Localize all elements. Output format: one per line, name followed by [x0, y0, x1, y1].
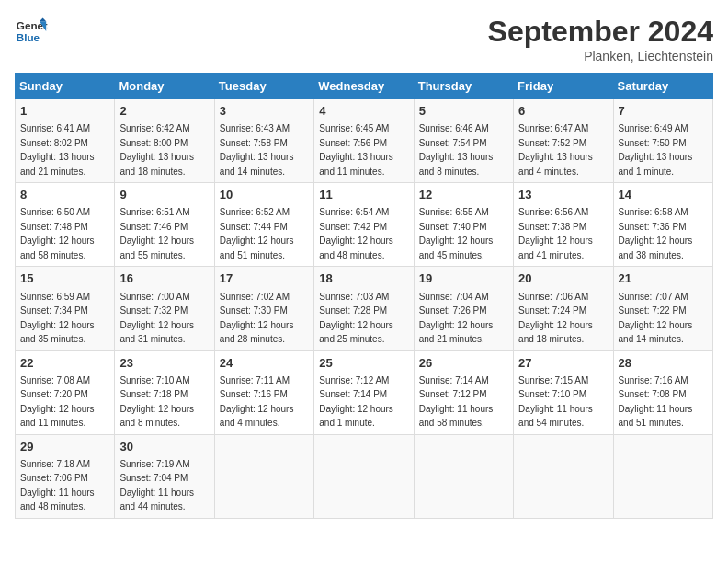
calendar-cell [414, 434, 513, 518]
day-number: 11 [319, 187, 408, 203]
day-info: Sunrise: 6:47 AM Sunset: 7:52 PM Dayligh… [518, 123, 593, 177]
day-number: 16 [119, 270, 209, 287]
day-header-wednesday: Wednesday [314, 74, 414, 99]
calendar-cell: 25Sunrise: 7:12 AM Sunset: 7:14 PM Dayli… [314, 350, 414, 434]
calendar-cell: 12Sunrise: 6:55 AM Sunset: 7:40 PM Dayli… [414, 183, 513, 267]
day-number: 27 [518, 355, 608, 372]
calendar-cell: 15Sunrise: 6:59 AM Sunset: 7:34 PM Dayli… [16, 267, 115, 350]
calendar-cell [314, 434, 414, 518]
day-header-thursday: Thursday [414, 74, 513, 99]
calendar-cell [613, 434, 712, 518]
day-info: Sunrise: 7:00 AM Sunset: 7:32 PM Dayligh… [119, 292, 194, 345]
calendar-cell: 9Sunrise: 6:51 AM Sunset: 7:46 PM Daylig… [115, 183, 214, 267]
month-title: September 2024 [488, 15, 713, 49]
day-info: Sunrise: 7:18 AM Sunset: 7:06 PM Dayligh… [20, 459, 95, 512]
day-number: 20 [518, 270, 608, 287]
day-number: 24 [220, 355, 309, 372]
day-number: 7 [619, 103, 708, 120]
location-subtitle: Planken, Liechtenstein [488, 49, 713, 63]
day-info: Sunrise: 6:49 AM Sunset: 7:50 PM Dayligh… [619, 123, 693, 177]
logo-icon: General Blue [15, 15, 48, 48]
calendar-cell: 6Sunrise: 6:47 AM Sunset: 7:52 PM Daylig… [514, 99, 613, 183]
day-info: Sunrise: 6:54 AM Sunset: 7:42 PM Dayligh… [319, 207, 393, 260]
calendar-cell: 17Sunrise: 7:02 AM Sunset: 7:30 PM Dayli… [214, 267, 313, 350]
day-number: 9 [119, 187, 209, 203]
day-header-friday: Friday [514, 74, 613, 99]
calendar-cell: 11Sunrise: 6:54 AM Sunset: 7:42 PM Dayli… [314, 183, 414, 267]
day-number: 8 [20, 187, 109, 203]
calendar-week-3: 15Sunrise: 6:59 AM Sunset: 7:34 PM Dayli… [16, 267, 713, 350]
day-number: 25 [319, 355, 408, 372]
day-info: Sunrise: 6:46 AM Sunset: 7:54 PM Dayligh… [419, 123, 494, 177]
day-number: 23 [119, 355, 209, 372]
calendar-week-2: 8Sunrise: 6:50 AM Sunset: 7:48 PM Daylig… [16, 183, 713, 267]
day-info: Sunrise: 7:11 AM Sunset: 7:16 PM Dayligh… [220, 375, 294, 429]
calendar-cell: 24Sunrise: 7:11 AM Sunset: 7:16 PM Dayli… [214, 350, 313, 434]
day-number: 13 [518, 187, 608, 203]
day-number: 22 [20, 355, 109, 372]
day-info: Sunrise: 7:02 AM Sunset: 7:30 PM Dayligh… [220, 292, 294, 345]
day-number: 4 [319, 103, 408, 120]
day-number: 10 [220, 187, 309, 203]
day-number: 30 [119, 439, 209, 455]
calendar-cell: 19Sunrise: 7:04 AM Sunset: 7:26 PM Dayli… [414, 267, 513, 350]
day-number: 18 [319, 270, 408, 287]
calendar-week-4: 22Sunrise: 7:08 AM Sunset: 7:20 PM Dayli… [16, 350, 713, 434]
day-number: 29 [20, 439, 109, 455]
day-number: 14 [619, 187, 708, 203]
day-info: Sunrise: 6:55 AM Sunset: 7:40 PM Dayligh… [419, 207, 494, 260]
day-info: Sunrise: 7:07 AM Sunset: 7:22 PM Dayligh… [619, 292, 693, 345]
calendar-cell: 16Sunrise: 7:00 AM Sunset: 7:32 PM Dayli… [115, 267, 214, 350]
day-number: 28 [619, 355, 708, 372]
day-info: Sunrise: 7:08 AM Sunset: 7:20 PM Dayligh… [20, 375, 95, 429]
day-info: Sunrise: 7:14 AM Sunset: 7:12 PM Dayligh… [419, 375, 494, 429]
day-header-tuesday: Tuesday [214, 74, 313, 99]
calendar-cell: 13Sunrise: 6:56 AM Sunset: 7:38 PM Dayli… [514, 183, 613, 267]
day-info: Sunrise: 7:19 AM Sunset: 7:04 PM Dayligh… [119, 459, 194, 512]
calendar-cell: 26Sunrise: 7:14 AM Sunset: 7:12 PM Dayli… [414, 350, 513, 434]
calendar-cell: 29Sunrise: 7:18 AM Sunset: 7:06 PM Dayli… [16, 434, 115, 518]
day-number: 5 [419, 103, 508, 120]
day-info: Sunrise: 7:04 AM Sunset: 7:26 PM Dayligh… [419, 292, 494, 345]
day-info: Sunrise: 6:50 AM Sunset: 7:48 PM Dayligh… [20, 207, 95, 260]
calendar-week-5: 29Sunrise: 7:18 AM Sunset: 7:06 PM Dayli… [16, 434, 713, 518]
day-header-saturday: Saturday [613, 74, 712, 99]
calendar-cell: 14Sunrise: 6:58 AM Sunset: 7:36 PM Dayli… [613, 183, 712, 267]
calendar-cell: 20Sunrise: 7:06 AM Sunset: 7:24 PM Dayli… [514, 267, 613, 350]
calendar-cell: 30Sunrise: 7:19 AM Sunset: 7:04 PM Dayli… [115, 434, 214, 518]
day-number: 26 [419, 355, 508, 372]
calendar-header: SundayMondayTuesdayWednesdayThursdayFrid… [16, 74, 713, 99]
calendar-cell: 18Sunrise: 7:03 AM Sunset: 7:28 PM Dayli… [314, 267, 414, 350]
day-info: Sunrise: 6:59 AM Sunset: 7:34 PM Dayligh… [20, 292, 95, 345]
calendar-cell: 1Sunrise: 6:41 AM Sunset: 8:02 PM Daylig… [16, 99, 115, 183]
calendar-cell: 5Sunrise: 6:46 AM Sunset: 7:54 PM Daylig… [414, 99, 513, 183]
day-number: 3 [220, 103, 309, 120]
calendar-cell: 3Sunrise: 6:43 AM Sunset: 7:58 PM Daylig… [214, 99, 313, 183]
day-info: Sunrise: 6:56 AM Sunset: 7:38 PM Dayligh… [518, 207, 593, 260]
day-info: Sunrise: 6:41 AM Sunset: 8:02 PM Dayligh… [20, 123, 95, 177]
calendar-cell: 27Sunrise: 7:15 AM Sunset: 7:10 PM Dayli… [514, 350, 613, 434]
day-info: Sunrise: 7:16 AM Sunset: 7:08 PM Dayligh… [619, 375, 693, 429]
day-info: Sunrise: 7:15 AM Sunset: 7:10 PM Dayligh… [518, 375, 593, 429]
calendar-cell: 22Sunrise: 7:08 AM Sunset: 7:20 PM Dayli… [16, 350, 115, 434]
day-info: Sunrise: 6:45 AM Sunset: 7:56 PM Dayligh… [319, 123, 393, 177]
day-number: 2 [119, 103, 209, 120]
day-number: 15 [20, 270, 109, 287]
day-info: Sunrise: 6:42 AM Sunset: 8:00 PM Dayligh… [119, 123, 194, 177]
calendar-cell [214, 434, 313, 518]
calendar-cell: 23Sunrise: 7:10 AM Sunset: 7:18 PM Dayli… [115, 350, 214, 434]
calendar-week-1: 1Sunrise: 6:41 AM Sunset: 8:02 PM Daylig… [16, 99, 713, 183]
day-info: Sunrise: 7:10 AM Sunset: 7:18 PM Dayligh… [119, 375, 194, 429]
day-info: Sunrise: 6:43 AM Sunset: 7:58 PM Dayligh… [220, 123, 294, 177]
day-info: Sunrise: 7:06 AM Sunset: 7:24 PM Dayligh… [518, 292, 593, 345]
day-number: 12 [419, 187, 508, 203]
day-number: 19 [419, 270, 508, 287]
calendar-cell: 8Sunrise: 6:50 AM Sunset: 7:48 PM Daylig… [16, 183, 115, 267]
logo: General Blue [15, 15, 48, 48]
page-header: General Blue September 2024 Planken, Lie… [15, 15, 713, 63]
calendar-cell: 4Sunrise: 6:45 AM Sunset: 7:56 PM Daylig… [314, 99, 414, 183]
calendar-cell: 28Sunrise: 7:16 AM Sunset: 7:08 PM Dayli… [613, 350, 712, 434]
svg-text:Blue: Blue [17, 31, 40, 43]
day-number: 17 [220, 270, 309, 287]
title-block: September 2024 Planken, Liechtenstein [488, 15, 713, 63]
